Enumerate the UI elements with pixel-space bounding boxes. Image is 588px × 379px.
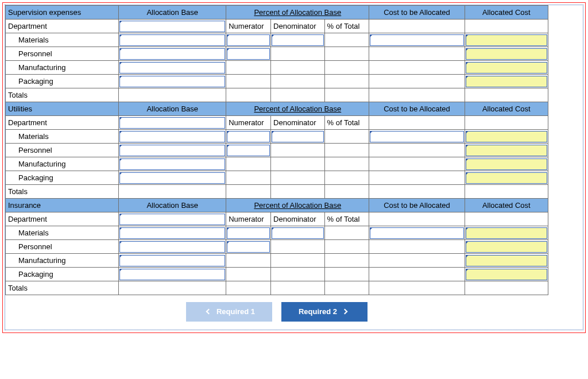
insurance-manufacturing-cost (369, 254, 465, 268)
col-percent-base: Percent of Allocation Base (226, 6, 369, 20)
section-supervision-title: Supervision expenses (6, 6, 119, 20)
insurance-manufacturing-allocated[interactable] (465, 254, 548, 268)
utilities-manufacturing-denominator (271, 157, 324, 171)
supervision-packaging-allocated[interactable] (465, 75, 548, 88)
insurance-totals-cost (369, 281, 465, 295)
supervision-materials-allocated[interactable] (465, 33, 548, 47)
utilities-personnel-numerator[interactable] (226, 144, 271, 157)
utilities-materials-base[interactable] (119, 130, 226, 144)
utilities-materials-cost[interactable] (369, 130, 465, 144)
utilities-manufacturing-base[interactable] (119, 157, 226, 171)
insurance-personnel-base[interactable] (119, 240, 226, 254)
insurance-personnel-cost (369, 240, 465, 254)
utilities-totals-numerator (226, 185, 271, 199)
utilities-packaging-denominator (271, 171, 324, 185)
supervision-personnel-cost (369, 47, 465, 61)
utilities-packaging-base[interactable] (119, 171, 226, 185)
utilities-personnel-allocated[interactable] (465, 144, 548, 157)
row-department-label: Department (6, 212, 119, 226)
col-allocated-cost: Allocated Cost (465, 6, 548, 20)
supervision-personnel-allocated[interactable] (465, 47, 548, 61)
insurance-manufacturing-numerator (226, 254, 271, 268)
insurance-totals-base (119, 281, 226, 295)
selection-frame: Supervision expenses Allocation Base Per… (2, 2, 586, 333)
blank-cell (369, 20, 465, 33)
supervision-materials-numerator[interactable] (226, 33, 271, 47)
row-personnel-label: Personnel (6, 240, 119, 254)
insurance-packaging-allocated[interactable] (465, 268, 548, 281)
row-personnel-label: Personnel (6, 47, 119, 61)
col-numerator: Numerator (226, 20, 271, 33)
insurance-packaging-denominator (271, 268, 324, 281)
col-numerator: Numerator (226, 212, 271, 226)
nav-buttons: Required 1 Required 2 (5, 295, 548, 324)
col-denominator: Denominator (271, 116, 324, 130)
supervision-packaging-numerator (226, 75, 271, 88)
row-department-label: Department (6, 20, 119, 33)
col-pct-total: % of Total (324, 212, 369, 226)
utilities-totals-pct (324, 185, 369, 199)
next-button[interactable]: Required 2 (281, 302, 368, 322)
utilities-personnel-denominator (271, 144, 324, 157)
prev-button: Required 1 (186, 302, 272, 322)
supervision-packaging-cost (369, 75, 465, 88)
col-cost-allocated: Cost to be Allocated (369, 199, 465, 212)
col-denominator: Denominator (271, 212, 324, 226)
supervision-totals-allocated (465, 88, 548, 102)
insurance-materials-pct (324, 226, 369, 240)
utilities-personnel-cost (369, 144, 465, 157)
insurance-materials-base[interactable] (119, 226, 226, 240)
utilities-manufacturing-allocated[interactable] (465, 157, 548, 171)
supervision-manufacturing-numerator (226, 61, 271, 75)
insurance-personnel-numerator[interactable] (226, 240, 271, 254)
supervision-department-base[interactable] (119, 20, 226, 33)
insurance-totals-numerator (226, 281, 271, 295)
insurance-department-base[interactable] (119, 212, 226, 226)
col-denominator: Denominator (271, 20, 324, 33)
insurance-manufacturing-base[interactable] (119, 254, 226, 268)
supervision-packaging-base[interactable] (119, 75, 226, 88)
utilities-department-base[interactable] (119, 116, 226, 130)
utilities-packaging-allocated[interactable] (465, 171, 548, 185)
supervision-personnel-numerator[interactable] (226, 47, 271, 61)
utilities-totals-allocated (465, 185, 548, 199)
row-materials-label: Materials (6, 33, 119, 47)
supervision-totals-numerator (226, 88, 271, 102)
row-materials-label: Materials (6, 130, 119, 144)
row-packaging-label: Packaging (6, 268, 119, 281)
insurance-manufacturing-denominator (271, 254, 324, 268)
blank-cell (369, 212, 465, 226)
supervision-manufacturing-allocated[interactable] (465, 61, 548, 75)
supervision-materials-cost[interactable] (369, 33, 465, 47)
utilities-totals-denominator (271, 185, 324, 199)
supervision-manufacturing-base[interactable] (119, 61, 226, 75)
utilities-personnel-base[interactable] (119, 144, 226, 157)
blank-cell (465, 116, 548, 130)
utilities-manufacturing-cost (369, 157, 465, 171)
utilities-manufacturing-numerator (226, 157, 271, 171)
insurance-materials-cost[interactable] (369, 226, 465, 240)
col-allocation-base: Allocation Base (119, 6, 226, 20)
col-allocated-cost: Allocated Cost (465, 102, 548, 116)
insurance-materials-denominator[interactable] (271, 226, 324, 240)
col-allocation-base: Allocation Base (119, 199, 226, 212)
supervision-packaging-denominator (271, 75, 324, 88)
insurance-materials-allocated[interactable] (465, 226, 548, 240)
utilities-materials-numerator[interactable] (226, 130, 271, 144)
supervision-personnel-base[interactable] (119, 47, 226, 61)
utilities-packaging-cost (369, 171, 465, 185)
supervision-materials-denominator[interactable] (271, 33, 324, 47)
insurance-packaging-base[interactable] (119, 268, 226, 281)
section-insurance-title: Insurance (6, 199, 119, 212)
blank-cell (465, 212, 548, 226)
blank-cell (369, 116, 465, 130)
chevron-left-icon (206, 309, 212, 315)
worksheet-area: Supervision expenses Allocation Base Per… (5, 5, 583, 330)
supervision-materials-base[interactable] (119, 33, 226, 47)
col-percent-base: Percent of Allocation Base (226, 102, 369, 116)
utilities-materials-denominator[interactable] (271, 130, 324, 144)
utilities-materials-allocated[interactable] (465, 130, 548, 144)
insurance-packaging-pct (324, 268, 369, 281)
insurance-materials-numerator[interactable] (226, 226, 271, 240)
insurance-personnel-allocated[interactable] (465, 240, 548, 254)
